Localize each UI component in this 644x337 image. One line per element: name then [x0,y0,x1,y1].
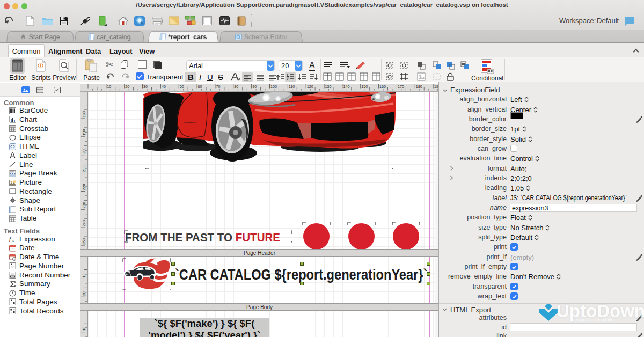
svg-text:180: 180 [416,84,422,89]
svg-text:90: 90 [252,84,257,89]
svg-text:130: 130 [325,84,332,89]
svg-text:250: 250 [82,238,86,245]
svg-text:190: 190 [434,84,438,89]
svg-text:20: 20 [125,84,129,89]
svg-text:60: 60 [198,84,202,89]
svg-text:230: 230 [82,202,86,208]
svg-text:50: 50 [180,84,184,89]
svg-text:10: 10 [107,84,111,89]
svg-text:190: 190 [82,129,86,136]
svg-text:40: 40 [162,84,166,89]
svg-text:20: 20 [82,291,86,296]
svg-text:140: 140 [343,84,349,89]
svg-text:220: 220 [82,184,86,190]
svg-text:f: f [9,236,12,242]
svg-text:x: x [12,238,14,243]
svg-text:180: 180 [82,111,86,118]
svg-text:80: 80 [234,84,238,89]
svg-text:70: 70 [216,84,220,89]
svg-text:120: 120 [307,84,313,89]
svg-text:110: 110 [289,84,295,89]
svg-text:30: 30 [143,84,148,89]
svg-text:10: 10 [82,327,86,331]
svg-text:240: 240 [82,220,86,226]
svg-text:170: 170 [398,84,404,89]
svg-text:150: 150 [361,84,368,89]
svg-text:100: 100 [270,84,277,89]
svg-text:200: 200 [82,148,86,154]
svg-text:10: 10 [82,273,86,277]
svg-text:210: 210 [82,166,86,172]
svg-text:160: 160 [379,84,386,89]
